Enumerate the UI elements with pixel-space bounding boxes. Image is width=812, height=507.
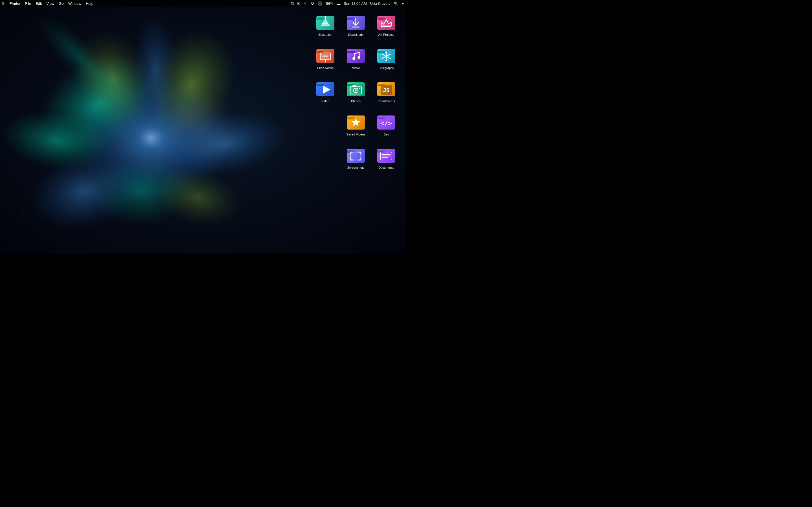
svg-point-20 (147, 158, 248, 236)
svg-point-6 (310, 56, 310, 57)
airplay-icon[interactable]: ⬛ (318, 1, 322, 6)
spotlight-icon[interactable]: 🔍 (394, 1, 398, 6)
calligraphy-label: Calligraphy (378, 66, 394, 70)
art-projects-label: Art Projects (378, 33, 395, 37)
svg-rect-38 (381, 26, 391, 27)
cheatsheets-label: Cheatsheets (377, 99, 395, 103)
menubar-right: ⧉ ✉ ✲ ⬛ 56% ▬ Sun 12:04 AM Una Kravets 🔍… (291, 1, 404, 6)
video-label: Video (321, 99, 329, 103)
folder-screenshots[interactable]: Screenshots (342, 143, 370, 174)
svg-rect-56 (377, 51, 385, 53)
menubar-app-name[interactable]: Finder (9, 1, 20, 6)
svg-point-13 (22, 34, 175, 174)
svg-point-9 (22, 211, 23, 212)
folder-slide-decks[interactable]: Slide Decks (311, 43, 340, 74)
battery-icon: ▬ (337, 1, 340, 6)
svg-rect-79 (347, 117, 355, 119)
svg-text:</>: </> (380, 120, 392, 127)
photos-label: Photos (351, 99, 361, 103)
downloads-icon (346, 11, 366, 32)
svg-point-22 (133, 14, 177, 127)
menubar:  Finder File Edit View Go Window Help ⧉… (0, 0, 406, 7)
menubar-window[interactable]: Window (68, 1, 81, 6)
folder-photos[interactable]: Photos (342, 76, 370, 108)
desktop-icons: Illustration Downloads (311, 10, 400, 174)
menubar-edit[interactable]: Edit (36, 1, 42, 6)
svg-point-16 (61, 18, 164, 139)
svg-point-18 (159, 102, 292, 185)
saved-videos-icon (346, 111, 366, 131)
svg-rect-83 (377, 117, 385, 119)
svg-rect-70 (352, 86, 356, 87)
svg-point-53 (357, 56, 360, 59)
folder-art-projects[interactable]: Art Projects (372, 10, 400, 41)
music-icon (346, 45, 366, 65)
music-label: Music (352, 66, 360, 70)
menubar-datetime: Sun 12:04 AM (344, 1, 367, 6)
svg-point-10 (113, 225, 113, 226)
art-projects-icon (376, 11, 396, 32)
menubar-username[interactable]: Una Kravets (370, 1, 391, 6)
spectacle-icon[interactable]: ⧉ (291, 1, 294, 6)
svg-rect-36 (377, 17, 385, 20)
svg-point-14 (0, 103, 117, 178)
svg-rect-62 (316, 84, 324, 86)
folder-dev[interactable]: </> Dev (372, 110, 400, 141)
svg-point-23 (27, 4, 131, 108)
folder-music[interactable]: Music (342, 43, 370, 74)
menubar-go[interactable]: Go (59, 1, 64, 6)
mail-icon[interactable]: ✉ (297, 1, 300, 6)
folder-video[interactable]: Video (311, 76, 340, 108)
folder-saved-videos[interactable]: Saved Videos (342, 110, 370, 141)
saved-videos-label: Saved Videos (346, 132, 365, 136)
documents-icon (376, 144, 396, 165)
svg-text:JS: JS (383, 87, 390, 94)
apple-menu[interactable]:  (2, 1, 4, 6)
photos-icon (346, 78, 366, 98)
slide-decks-icon (315, 45, 336, 65)
svg-point-2 (56, 14, 57, 14)
svg-point-17 (128, 118, 173, 158)
menubar-view[interactable]: View (47, 1, 54, 6)
svg-rect-31 (347, 17, 355, 20)
svg-rect-51 (347, 51, 355, 53)
folder-documents[interactable]: Documents (372, 143, 400, 174)
svg-rect-26 (316, 17, 324, 20)
folder-downloads[interactable]: Downloads (342, 10, 370, 41)
svg-point-69 (355, 89, 357, 92)
folder-illustration[interactable]: Illustration (311, 10, 340, 41)
svg-point-52 (352, 57, 355, 60)
notification-center-icon[interactable]: ≡ (402, 1, 404, 6)
battery-pct: 56% (326, 1, 333, 6)
menubar-file[interactable]: File (25, 1, 31, 6)
wifi-icon[interactable] (310, 1, 315, 6)
folder-calligraphy[interactable]: Calligraphy (372, 43, 400, 74)
illustration-label: Illustration (318, 33, 333, 37)
folder-cheatsheets[interactable]: JS Cheatsheets (372, 76, 400, 108)
screenshots-label: Screenshots (347, 166, 364, 170)
svg-point-19 (90, 158, 192, 225)
video-icon (315, 78, 336, 98)
svg-point-8 (42, 169, 43, 169)
svg-point-15 (133, 17, 251, 152)
cheatsheets-icon: JS (376, 78, 396, 98)
dev-label: Dev (384, 132, 389, 136)
illustration-icon (315, 11, 336, 32)
svg-point-3 (98, 42, 99, 43)
calligraphy-icon (376, 45, 396, 65)
svg-point-11 (267, 239, 268, 240)
menubar-left:  Finder File Edit View Go Window Help (2, 1, 93, 6)
documents-label: Documents (378, 166, 394, 170)
svg-point-5 (253, 22, 254, 23)
menubar-help[interactable]: Help (86, 1, 93, 6)
screenshots-icon (346, 144, 366, 165)
downloads-label: Downloads (348, 33, 363, 37)
svg-point-4 (14, 84, 14, 85)
svg-point-1 (28, 28, 29, 29)
svg-point-71 (359, 88, 360, 89)
svg-point-21 (20, 142, 149, 242)
svg-point-12 (73, 76, 231, 200)
dev-icon: </> (376, 111, 396, 131)
bluetooth-icon[interactable]: ✲ (304, 1, 307, 6)
slide-decks-label: Slide Decks (317, 66, 334, 70)
